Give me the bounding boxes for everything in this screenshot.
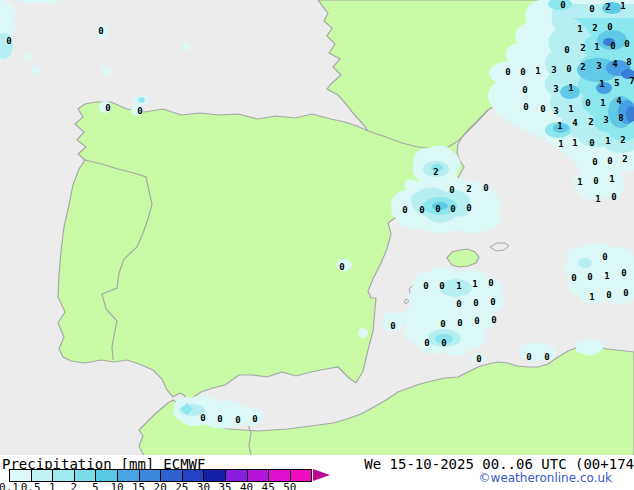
copyright: ©weatheronline.co.uk xyxy=(479,471,612,485)
scale-overflow-arrow-icon xyxy=(313,469,330,481)
forecast-datetime: We 15-10-2025 00..06 UTC (00+174 xyxy=(364,456,634,472)
map-canvas xyxy=(0,0,634,456)
scale-tick-label: 50 xyxy=(275,481,305,490)
color-scale-tick-labels: 0.10.5125101520253035404550 xyxy=(0,481,340,490)
island-mallorca xyxy=(447,249,479,267)
legend: Precipitation[mm]ECMWF 0.10.512510152025… xyxy=(0,455,634,490)
precipitation-map: 0000020200000000211200210000130234831157… xyxy=(0,0,634,456)
weather-map-screen: 0000020200000000211200210000130234831157… xyxy=(0,0,634,490)
